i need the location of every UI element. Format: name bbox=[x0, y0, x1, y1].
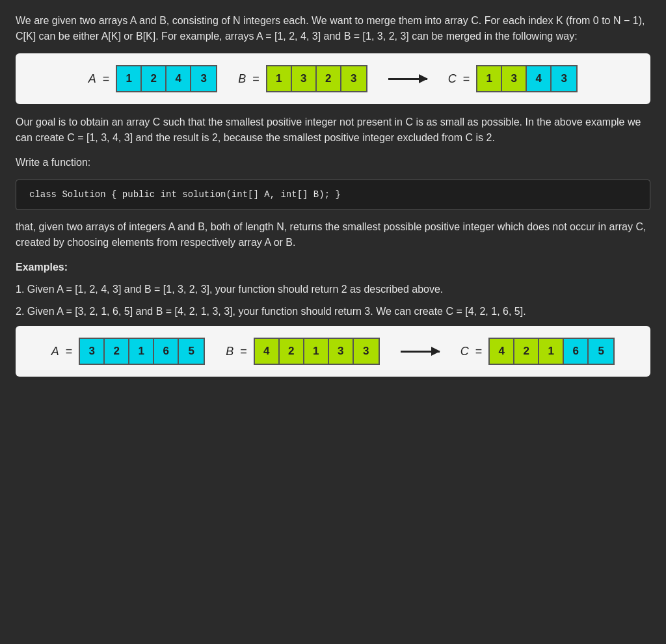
example2-text: 2. Given A = [3, 2, 1, 6, 5] and B = [4,… bbox=[16, 304, 650, 319]
c-cell-1: 3 bbox=[502, 66, 527, 91]
equals-c-2: = bbox=[475, 343, 483, 360]
array-b-group-1: B = 1 3 2 3 bbox=[238, 65, 367, 92]
examples-heading: Examples: bbox=[16, 260, 650, 275]
arrow-line-1 bbox=[388, 78, 427, 80]
array-b-group-2: B = 4 2 1 3 3 bbox=[226, 338, 380, 365]
goal-paragraph: Our goal is to obtain an array C such th… bbox=[16, 114, 650, 146]
array-a-group-2: A = 3 2 1 6 5 bbox=[51, 338, 206, 365]
after-code-paragraph: that, given two arrays of integers A and… bbox=[16, 219, 650, 250]
b2-cell-4: 3 bbox=[354, 339, 379, 364]
array-a-group-1: A = 1 2 4 3 bbox=[88, 65, 218, 92]
c-cell-2: 4 bbox=[527, 66, 552, 91]
b2-cell-1: 2 bbox=[280, 339, 304, 364]
arrow-2 bbox=[401, 351, 440, 353]
intro-paragraph: We are given two arrays A and B, consist… bbox=[16, 13, 650, 44]
equals-c-1: = bbox=[463, 70, 470, 88]
example1-text: 1. Given A = [1, 2, 4, 3] and B = [1, 3,… bbox=[16, 282, 650, 297]
a-cell-3: 3 bbox=[191, 66, 216, 91]
a-label-1: A bbox=[88, 70, 96, 88]
b-cell-0: 1 bbox=[267, 66, 292, 91]
array-a-cells-1: 1 2 4 3 bbox=[116, 65, 217, 92]
c2-cell-0: 4 bbox=[490, 339, 514, 364]
equals-b-2: = bbox=[240, 343, 247, 360]
array-b-cells-2: 4 2 1 3 3 bbox=[254, 338, 380, 365]
c-label-2: C bbox=[460, 343, 469, 360]
a-label-2: A bbox=[51, 343, 59, 360]
array-c-group-1: C = 1 3 4 3 bbox=[448, 65, 578, 92]
array-c-cells-1: 1 3 4 3 bbox=[476, 65, 578, 92]
equals-1: = bbox=[103, 70, 110, 88]
diagram-1: A = 1 2 4 3 B = 1 3 2 3 C = bbox=[16, 53, 650, 104]
c-cell-0: 1 bbox=[477, 66, 502, 91]
c-label-1: C bbox=[448, 70, 457, 88]
b-cell-1: 3 bbox=[292, 66, 317, 91]
array-b-cells-1: 1 3 2 3 bbox=[266, 65, 367, 92]
array-a-cells-2: 3 2 1 6 5 bbox=[79, 338, 205, 365]
diagram-2: A = 3 2 1 6 5 B = 4 2 1 3 3 bbox=[16, 326, 650, 377]
arrow-line-2 bbox=[401, 351, 440, 353]
c2-cell-2: 1 bbox=[539, 339, 564, 364]
b2-cell-3: 3 bbox=[329, 339, 354, 364]
a-cell-1: 2 bbox=[142, 66, 166, 91]
c2-cell-4: 5 bbox=[589, 339, 613, 364]
main-content: We are given two arrays A and B, consist… bbox=[10, 10, 656, 390]
equals-a-2: = bbox=[66, 343, 73, 360]
a2-cell-1: 2 bbox=[105, 339, 129, 364]
a2-cell-3: 6 bbox=[154, 339, 179, 364]
a2-cell-0: 3 bbox=[80, 339, 105, 364]
code-block: class Solution { public int solution(int… bbox=[16, 180, 650, 210]
b-label-2: B bbox=[226, 343, 233, 360]
a-cell-2: 4 bbox=[166, 66, 191, 91]
c-cell-3: 3 bbox=[552, 66, 576, 91]
array-c-cells-2: 4 2 1 6 5 bbox=[488, 338, 615, 365]
code-text: class Solution { public int solution(int… bbox=[29, 189, 341, 200]
b-cell-2: 2 bbox=[317, 66, 341, 91]
write-function-label: Write a function: bbox=[16, 155, 650, 170]
c2-cell-3: 6 bbox=[564, 339, 589, 364]
b2-cell-2: 1 bbox=[304, 339, 329, 364]
a-cell-0: 1 bbox=[117, 66, 142, 91]
b-cell-3: 3 bbox=[341, 66, 366, 91]
b2-cell-0: 4 bbox=[255, 339, 280, 364]
a2-cell-4: 5 bbox=[179, 339, 204, 364]
arrow-1 bbox=[388, 78, 427, 80]
a2-cell-2: 1 bbox=[129, 339, 154, 364]
c2-cell-1: 2 bbox=[514, 339, 539, 364]
equals-b-1: = bbox=[252, 70, 260, 88]
b-label-1: B bbox=[238, 70, 246, 88]
array-c-group-2: C = 4 2 1 6 5 bbox=[460, 338, 615, 365]
